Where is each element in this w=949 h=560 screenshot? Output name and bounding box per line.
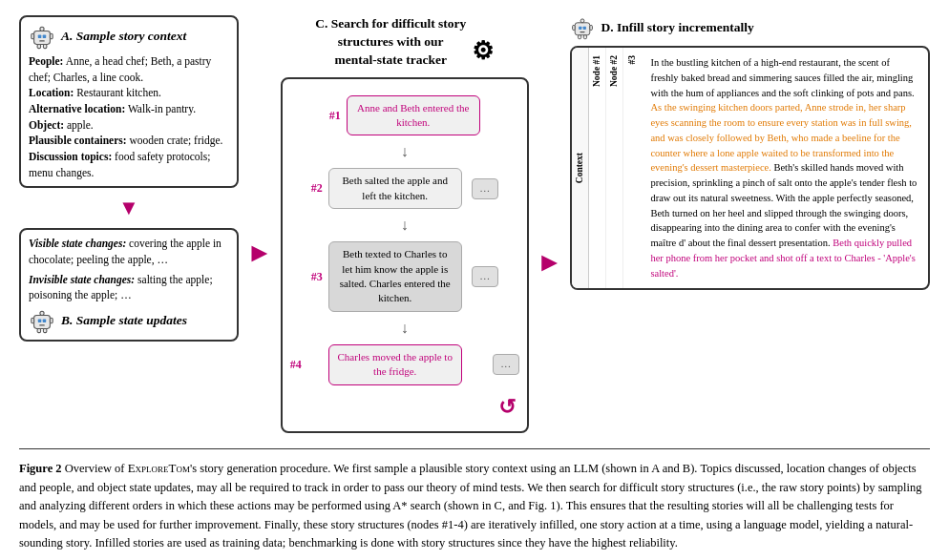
arrow-a-to-b: ▼ <box>19 197 239 218</box>
svg-rect-6 <box>32 33 34 39</box>
node3-text: Beth texted to Charles to let him know t… <box>328 241 462 312</box>
svg-rect-24 <box>573 25 576 30</box>
node2-label: #2 <box>311 180 323 197</box>
node3-dots: … <box>472 266 498 287</box>
discussion-line: Discussion topics: food safety protocols… <box>29 149 229 180</box>
svg-rect-3 <box>39 40 45 41</box>
svg-rect-11 <box>38 320 42 323</box>
visible-changes: Visible state changes: covering the appl… <box>29 236 229 267</box>
story-context-text: In the bustling kitchen of a high-end re… <box>650 57 914 98</box>
node2-row: #2 Beth salted the apple and left the ki… <box>311 164 498 213</box>
object-line: Object: apple. <box>29 117 229 134</box>
section-c-title: C. Search for difficult storystructures … <box>281 15 529 70</box>
svg-rect-25 <box>590 25 593 30</box>
node4-text: Charles moved the apple to the fridge. <box>328 344 462 385</box>
node1-col: Node #1 <box>589 48 606 288</box>
node3-container: #3 Beth texted to Charles to let him kno… <box>290 235 519 338</box>
node3-label: #3 <box>311 269 323 285</box>
section-a: A. Sample story context People: Anne, a … <box>19 15 239 188</box>
context-label: Context <box>574 153 586 183</box>
section-b: Visible state changes: covering the appl… <box>19 228 239 342</box>
svg-rect-14 <box>40 311 44 315</box>
svg-rect-19 <box>576 23 591 35</box>
svg-rect-4 <box>40 27 44 31</box>
svg-rect-13 <box>39 324 45 325</box>
section-a-title: A. Sample story context <box>29 23 229 50</box>
node1-row: #1 Anne and Beth entered the kitchen. <box>329 92 480 140</box>
arrow-ab-to-c: ► <box>246 239 273 266</box>
section-c-inner: #1 Anne and Beth entered the kitchen. ↓ … <box>281 77 529 434</box>
svg-rect-23 <box>580 19 584 23</box>
node2-col: Node #2 <box>606 48 623 288</box>
node1-text: Anne and Beth entered the kitchen. <box>347 95 480 136</box>
section-d: D. Infill story incrementally Context No… <box>570 15 930 290</box>
svg-rect-15 <box>32 318 34 323</box>
caption: Figure 2 Overview of ExploreTom's story … <box>19 448 930 552</box>
node2-col-label: Node #2 <box>608 55 621 87</box>
gear-icon: ⚙ <box>472 34 494 69</box>
section-b-title: B. Sample state updates <box>29 307 229 334</box>
svg-rect-8 <box>37 44 41 48</box>
figure-label: Figure 2 <box>19 462 62 475</box>
containers-line: Plausible containers: wooden crate; frid… <box>29 133 229 149</box>
section-a-label: A. Sample story context <box>61 28 186 46</box>
section-b-label: B. Sample state updates <box>61 311 187 330</box>
arrow-c-to-d: ► <box>537 249 563 276</box>
section-d-title: D. Infill story incrementally <box>570 15 930 40</box>
node3-col-label: #3 <box>626 55 639 65</box>
people-line: People: Anne, a head chef; Beth, a pastr… <box>29 53 229 85</box>
svg-rect-27 <box>584 35 587 39</box>
svg-rect-17 <box>37 328 41 332</box>
node2-dots: … <box>472 178 498 199</box>
arrow-n1-n2: ↓ <box>401 144 409 159</box>
svg-rect-18 <box>43 328 47 332</box>
svg-rect-10 <box>34 315 51 328</box>
section-d-label: D. Infill story incrementally <box>601 19 753 37</box>
context-col: Context <box>572 48 589 288</box>
node1-label: #1 <box>329 108 341 124</box>
node3-row: #3 Beth texted to Charles to let him kno… <box>311 238 498 316</box>
svg-rect-21 <box>583 27 586 30</box>
curved-arrow-symbol: ↺ <box>498 395 516 419</box>
svg-rect-1 <box>38 35 42 39</box>
alt-location-line: Alternative location: Walk-in pantry. <box>29 101 229 117</box>
diagram-area: A. Sample story context People: Anne, a … <box>19 15 930 433</box>
node1-container: #1 Anne and Beth entered the kitchen. ↓ <box>290 89 519 162</box>
story-text-area: In the bustling kitchen of a high-end re… <box>641 48 928 288</box>
invisible-changes: Invisible state changes: salting the app… <box>29 272 229 303</box>
svg-rect-9 <box>43 44 47 48</box>
svg-rect-2 <box>43 35 47 39</box>
svg-rect-26 <box>579 35 581 39</box>
svg-rect-12 <box>43 320 47 323</box>
node4-dots: … <box>493 354 519 375</box>
node4-row: #4 Charles moved the apple to the fridge… <box>290 341 519 389</box>
node1-col-label: Node #1 <box>591 55 603 87</box>
svg-rect-7 <box>50 33 53 39</box>
robot-icon-a <box>29 23 55 50</box>
section-c-label: C. Search for difficult storystructures … <box>315 15 466 70</box>
section-a-content: People: Anne, a head chef; Beth, a pastr… <box>29 53 229 180</box>
caption-text: Overview of ExploreTom's story generatio… <box>19 462 922 550</box>
node4-label: #4 <box>290 357 302 373</box>
node3-col: #3 <box>623 48 641 288</box>
node2-container: #2 Beth salted the apple and left the ki… <box>290 161 519 235</box>
arrow-n3-n4: ↓ <box>401 321 409 336</box>
svg-rect-20 <box>580 27 582 30</box>
section-d-inner: Context Node #1 Node #2 #3 In the bustli… <box>570 46 930 290</box>
node2-text: Beth salted the apple and left the kitch… <box>328 168 462 209</box>
svg-rect-16 <box>50 318 53 323</box>
story-node1-black: Beth's skilled hands moved with precisio… <box>650 162 917 248</box>
robot-icon-b <box>29 307 55 334</box>
svg-rect-0 <box>34 31 51 44</box>
location-line: Location: Restaurant kitchen. <box>29 85 229 101</box>
main-container: A. Sample story context People: Anne, a … <box>0 0 949 560</box>
arrow-n2-n3: ↓ <box>401 218 409 233</box>
section-c: C. Search for difficult storystructures … <box>281 15 529 433</box>
curved-arrow: ↺ <box>290 393 516 423</box>
svg-rect-22 <box>580 31 585 32</box>
robot-icon-d <box>570 15 595 40</box>
section-ab: A. Sample story context People: Anne, a … <box>19 15 239 342</box>
